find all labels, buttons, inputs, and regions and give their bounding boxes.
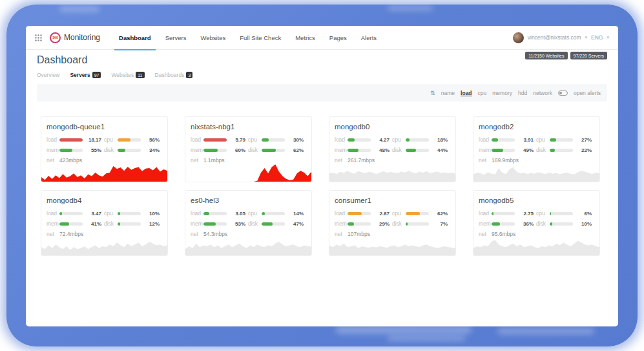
disk-label: disk xyxy=(248,147,259,153)
cpu-label: cpu xyxy=(104,210,115,217)
server-metrics: load 4.27 cpu 18% mem 48% disk 44% net 2… xyxy=(335,136,448,164)
tab-label: Servers xyxy=(70,72,90,78)
chevron-down-icon: ▾ xyxy=(607,35,609,40)
mem-bar xyxy=(59,222,83,226)
disk-label: disk xyxy=(392,147,403,153)
nav-item-full-site-check[interactable]: Full Site Check xyxy=(233,26,288,50)
disk-value: 62% xyxy=(287,147,304,153)
nav-item-servers[interactable]: Servers xyxy=(158,26,194,50)
cpu-value: 18% xyxy=(431,137,448,143)
server-card[interactable]: es0-hel3 load 3.05 cpu 14% mem 53% disk … xyxy=(185,190,312,256)
server-card[interactable]: mongodb2 load 3.91 cpu 27% mem 49% disk … xyxy=(473,116,600,182)
server-name: es0-hel3 xyxy=(185,191,311,204)
mem-bar xyxy=(59,149,83,152)
sort-bar: ⇅ name load cpu memory hdd network open … xyxy=(37,84,607,101)
cpu-value: 62% xyxy=(431,211,448,217)
navbar-right: vincent@nixstats.com ▾ ENG ▾ xyxy=(513,32,609,43)
chevron-down-icon: ▾ xyxy=(585,35,588,40)
cpu-bar xyxy=(550,138,573,142)
load-value: 3.05 xyxy=(229,211,245,217)
sort-by-memory[interactable]: memory xyxy=(492,90,512,96)
server-card[interactable]: consumer1 load 2.87 cpu 62% mem 29% disk… xyxy=(329,190,456,256)
tab-dashboards[interactable]: Dashboards 3 xyxy=(155,72,193,78)
load-bar xyxy=(203,212,227,215)
load-label: load xyxy=(335,210,345,217)
light-streak xyxy=(388,336,465,341)
user-avatar[interactable] xyxy=(513,32,524,43)
user-menu[interactable]: vincent@nixstats.com xyxy=(528,34,581,41)
disk-bar xyxy=(262,222,285,226)
load-bar xyxy=(348,138,371,142)
disk-bar xyxy=(406,222,429,226)
server-name: consumer1 xyxy=(329,191,455,204)
mem-label: mem xyxy=(335,147,345,153)
mem-label: mem xyxy=(335,220,345,227)
load-bar xyxy=(492,212,515,215)
nav-item-metrics[interactable]: Metrics xyxy=(288,26,322,50)
load-value: 18.17 xyxy=(85,137,101,143)
sparkline-chart xyxy=(41,162,167,182)
mem-bar xyxy=(492,222,515,226)
disk-bar xyxy=(118,149,141,152)
server-name: mongodb0 xyxy=(329,117,455,131)
sparkline-chart xyxy=(41,236,167,255)
sparkline-chart xyxy=(473,162,599,182)
top-navbar: 360 Monitoring Dashboard Servers Website… xyxy=(26,26,618,50)
language-select[interactable]: ENG xyxy=(591,34,603,41)
nav-item-alerts[interactable]: Alerts xyxy=(354,26,384,50)
open-alerts-label[interactable]: open alerts xyxy=(574,90,601,96)
mem-value: 49% xyxy=(517,147,534,153)
open-alerts-toggle[interactable] xyxy=(558,90,568,96)
server-name: mongodb2 xyxy=(473,117,599,131)
cpu-label: cpu xyxy=(392,210,403,217)
server-card[interactable]: mongodb0 load 4.27 cpu 18% mem 48% disk … xyxy=(329,116,456,182)
brand-name[interactable]: Monitoring xyxy=(64,33,100,42)
server-card[interactable]: mongodb-queue1 load 18.17 cpu 56% mem 55… xyxy=(41,116,168,182)
cpu-label: cpu xyxy=(536,136,547,143)
load-bar xyxy=(348,212,371,215)
server-metrics: load 2.87 cpu 62% mem 29% disk 7% net 10… xyxy=(335,210,448,237)
sparkline-chart xyxy=(329,162,455,182)
server-card[interactable]: mongodb4 load 3.47 cpu 10% mem 41% disk … xyxy=(41,190,168,256)
tab-websites[interactable]: Websites 11 xyxy=(111,72,144,78)
mem-value: 60% xyxy=(229,147,245,153)
load-value: 3.91 xyxy=(517,137,534,143)
nav-item-pages[interactable]: Pages xyxy=(322,26,354,50)
disk-value: 34% xyxy=(143,147,160,153)
mem-label: mem xyxy=(191,220,201,227)
apps-grid-icon[interactable] xyxy=(35,34,42,41)
brand-logo-icon[interactable]: 360 xyxy=(50,32,61,43)
load-bar xyxy=(59,138,83,142)
disk-bar xyxy=(550,222,573,226)
server-metrics: load 3.47 cpu 10% mem 41% disk 12% net 7… xyxy=(47,210,160,237)
load-bar xyxy=(492,138,515,142)
tab-label: Overview xyxy=(37,72,59,78)
server-card[interactable]: nixstats-nbg1 load 5.79 cpu 30% mem 60% … xyxy=(185,116,312,182)
sparkline-chart xyxy=(185,236,311,255)
sort-by-load[interactable]: load xyxy=(461,90,472,96)
light-streak xyxy=(59,6,99,12)
load-bar xyxy=(59,212,83,215)
server-card[interactable]: mongodb5 load 2.75 cpu 6% mem 36% disk 1… xyxy=(473,190,600,256)
websites-count-badge[interactable]: 11/2150 Websites xyxy=(525,52,567,59)
sort-by-name[interactable]: name xyxy=(441,90,455,96)
mem-bar xyxy=(203,222,227,226)
load-bar xyxy=(203,138,227,142)
tab-overview[interactable]: Overview xyxy=(37,72,59,78)
sort-by-network[interactable]: network xyxy=(533,90,552,96)
cpu-bar xyxy=(118,212,141,215)
cpu-value: 56% xyxy=(143,137,160,143)
cpu-label: cpu xyxy=(536,210,547,217)
tab-servers[interactable]: Servers 97 xyxy=(70,72,101,78)
mem-label: mem xyxy=(479,220,489,227)
disk-bar xyxy=(406,149,429,152)
sort-by-hdd[interactable]: hdd xyxy=(518,90,527,96)
servers-count-badge[interactable]: 97/220 Servers xyxy=(570,52,607,59)
nav-item-websites[interactable]: Websites xyxy=(193,26,233,50)
nav-item-dashboard[interactable]: Dashboard xyxy=(112,26,158,50)
server-grid: mongodb-queue1 load 18.17 cpu 56% mem 55… xyxy=(41,116,600,256)
sort-by-cpu[interactable]: cpu xyxy=(478,90,487,96)
disk-label: disk xyxy=(536,147,547,153)
mem-label: mem xyxy=(47,147,57,153)
tab-count-badge: 97 xyxy=(92,72,101,78)
